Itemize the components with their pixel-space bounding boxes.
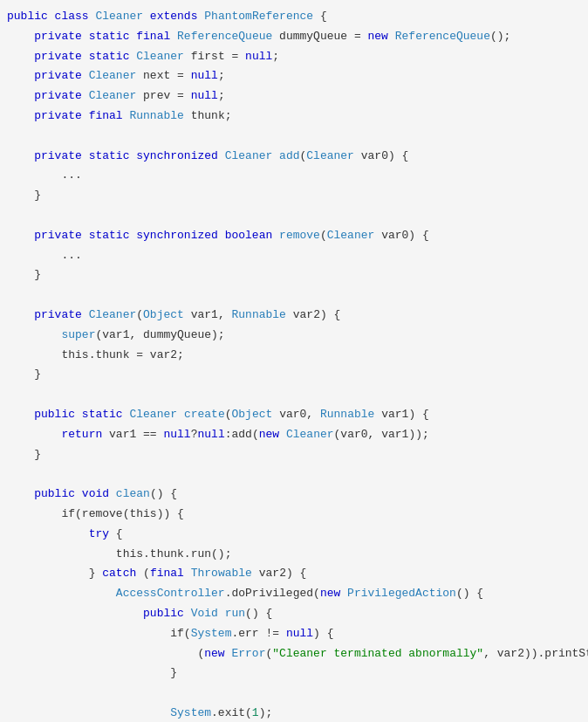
code-line-21: public static Cleaner create(Object var0… [0, 405, 588, 425]
code-line-8: private static synchronized Cleaner add(… [0, 147, 588, 167]
code-line-2: private static final ReferenceQueue dumm… [0, 27, 588, 47]
code-line-28: this.thunk.run(); [0, 545, 588, 565]
code-line-14: } [0, 265, 588, 285]
code-line-1: public class Cleaner extends PhantomRefe… [0, 7, 588, 27]
code-line-20 [0, 385, 588, 405]
code-line-16: private Cleaner(Object var1, Runnable va… [0, 306, 588, 326]
code-line-19: } [0, 365, 588, 385]
code-line-5: private Cleaner prev = null; [0, 86, 588, 107]
code-line-25: public void clean() { [0, 485, 588, 505]
code-line-36: System.exit(1); [0, 704, 588, 722]
code-line-9: ... [0, 166, 588, 186]
code-line-6: private final Runnable thunk; [0, 107, 588, 127]
code-line-10: } [0, 186, 588, 206]
code-line-3: private static Cleaner first = null; [0, 47, 588, 67]
code-line-11 [0, 206, 588, 226]
code-line-32: if(System.err != null) { [0, 624, 588, 644]
code-line-26: if(remove(this)) { [0, 505, 588, 525]
code-line-27: try { [0, 525, 588, 545]
code-line-29: } catch (final Throwable var2) { [0, 564, 588, 584]
code-line-18: this.thunk = var2; [0, 346, 588, 366]
code-line-22: return var1 == null?null:add(new Cleaner… [0, 425, 588, 445]
code-line-35 [0, 684, 588, 704]
code-line-30: AccessController.doPrivileged(new Privil… [0, 584, 588, 604]
code-line-15 [0, 285, 588, 306]
code-line-7 [0, 127, 588, 147]
code-line-17: super(var1, dummyQueue); [0, 326, 588, 346]
code-line-33: (new Error("Cleaner terminated abnormall… [0, 644, 588, 664]
code-line-13: ... [0, 246, 588, 266]
code-line-31: public Void run() { [0, 604, 588, 624]
code-line-4: private Cleaner next = null; [0, 66, 588, 86]
code-line-23: } [0, 445, 588, 465]
code-container: public class Cleaner extends PhantomRefe… [0, 0, 588, 722]
code-line-34: } [0, 664, 588, 684]
code-line-12: private static synchronized boolean remo… [0, 226, 588, 246]
code-line-24 [0, 464, 588, 485]
